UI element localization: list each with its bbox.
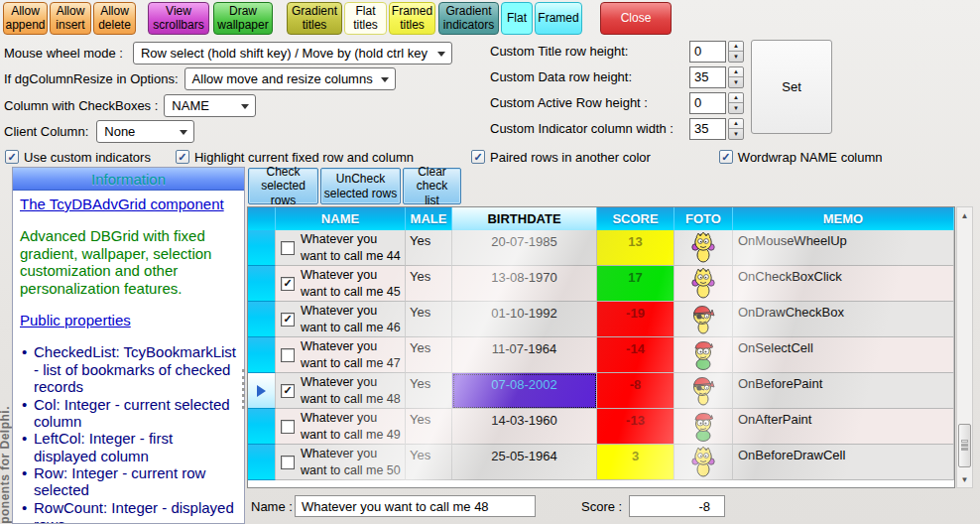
toolbar-button-draw-wallpaper[interactable]: Draw wallpaper — [213, 2, 273, 35]
name-cell[interactable]: Whatever you want to call me 50 — [276, 445, 406, 480]
male-cell[interactable]: Yes — [406, 266, 452, 302]
custom-setting-value[interactable]: 35 — [689, 118, 726, 140]
grid-header-foto[interactable]: FOTO — [674, 207, 733, 230]
grid-row[interactable]: Whatever you want to call me 49Yes14-03-… — [248, 409, 954, 445]
grid-header-male[interactable]: MALE — [406, 207, 452, 230]
birthdate-cell[interactable]: 13-08-1970 — [452, 266, 597, 302]
birthdate-cell[interactable]: 25-05-1964 — [452, 445, 597, 480]
spinner-control[interactable]: ▲▼ — [728, 41, 744, 63]
birthdate-cell[interactable]: 07-08-2002 — [452, 373, 597, 409]
score-cell[interactable]: 17 — [597, 266, 674, 302]
row-checkbox[interactable]: ✓ — [281, 313, 295, 327]
custom-setting-value[interactable]: 0 — [689, 92, 726, 114]
memo-cell[interactable]: OnBeforePaint — [733, 373, 954, 409]
toolbar-button-gradient-indicators[interactable]: Gradient indicators — [438, 2, 499, 35]
spin-up-icon[interactable]: ▲ — [729, 42, 743, 53]
toolbar-button-gradient-titles[interactable]: Gradient titles — [287, 2, 342, 35]
male-cell[interactable]: Yes — [406, 337, 452, 373]
panel-resize-handle[interactable] — [242, 369, 245, 409]
name-cell[interactable]: ✓Whatever you want to call me 48 — [276, 373, 406, 409]
foto-cell[interactable] — [674, 266, 733, 302]
custom-setting-value[interactable]: 35 — [689, 66, 726, 88]
scroll-up-icon[interactable]: ▲ — [957, 207, 972, 223]
option-checkbox-paired-rows-in-another-color[interactable]: ✓Paired rows in another color — [471, 150, 651, 165]
foto-cell[interactable] — [674, 302, 733, 337]
name-cell[interactable]: ✓Whatever you want to call me 45 — [276, 266, 406, 302]
birthdate-cell[interactable]: 11-07-1964 — [452, 337, 597, 373]
score-cell[interactable]: -13 — [597, 409, 674, 445]
memo-cell[interactable]: OnAfterPaint — [733, 409, 954, 445]
client-column-select[interactable]: None — [96, 120, 194, 143]
toolbar-button-close[interactable]: Close — [600, 2, 672, 35]
name-cell[interactable]: Whatever you want to call me 47 — [276, 337, 406, 373]
set-button[interactable]: Set — [751, 40, 832, 134]
grid-row[interactable]: ✓Whatever you want to call me 45Yes13-08… — [248, 266, 954, 302]
component-link[interactable]: The TcyDBAdvGrid component — [20, 196, 224, 212]
spin-down-icon[interactable]: ▼ — [729, 129, 743, 139]
toolbar-button-flat-titles[interactable]: Flat titles — [344, 2, 387, 35]
row-checkbox[interactable]: ✓ — [281, 277, 295, 291]
birthdate-cell[interactable]: 14-03-1960 — [452, 409, 597, 445]
toolbar-button-view-scrollbars[interactable]: View scrollbars — [148, 2, 209, 35]
toolbar-button-allow-insert[interactable]: Allow insert — [50, 2, 91, 35]
grid-row[interactable]: Whatever you want to call me 50Yes25-05-… — [248, 445, 954, 480]
memo-cell[interactable]: OnMouseWheelUp — [733, 230, 954, 266]
memo-cell[interactable]: OnDrawCheckBox — [733, 302, 954, 337]
grid-header-birthdate[interactable]: BIRTHDATE — [452, 207, 597, 230]
spin-down-icon[interactable]: ▼ — [729, 77, 743, 87]
scroll-down-icon[interactable]: ▼ — [957, 471, 972, 487]
option-checkbox-wordwrap-name-column[interactable]: ✓Wordwrap NAME column — [719, 150, 883, 165]
spin-down-icon[interactable]: ▼ — [729, 103, 743, 113]
checkbox-icon[interactable]: ✓ — [176, 150, 189, 164]
birthdate-cell[interactable]: 20-07-1985 — [452, 230, 597, 266]
toolbar-button-allow-append[interactable]: Allow append — [3, 2, 48, 35]
scrollbar-thumb[interactable] — [958, 424, 971, 467]
memo-cell[interactable]: OnSelectCell — [733, 337, 954, 373]
foto-cell[interactable] — [674, 373, 733, 409]
foto-cell[interactable] — [674, 337, 733, 373]
spinner-control[interactable]: ▲▼ — [728, 92, 744, 114]
checkbox-icon[interactable]: ✓ — [719, 150, 733, 164]
foto-cell[interactable] — [674, 230, 733, 266]
row-checkbox[interactable] — [281, 241, 295, 255]
spin-up-icon[interactable]: ▲ — [729, 119, 743, 130]
grid-button-check-selected-rows[interactable]: Check selected rows — [248, 168, 318, 204]
score-cell[interactable]: 3 — [597, 445, 674, 480]
memo-cell[interactable]: OnBeforeDrawCell — [733, 445, 954, 480]
column-resize-select[interactable]: Allow move and resize columns — [184, 67, 396, 90]
option-checkbox-highlight-current-fixed-row-and-column[interactable]: ✓Highlight current fixed row and column — [176, 150, 414, 165]
foto-cell[interactable] — [674, 409, 733, 445]
male-cell[interactable]: Yes — [406, 230, 452, 266]
checkbox-icon[interactable]: ✓ — [5, 150, 19, 164]
option-checkbox-use-custom-indicators[interactable]: ✓Use custom indicators — [5, 150, 151, 165]
grid-header-score[interactable]: SCORE — [597, 207, 674, 230]
grid-row[interactable]: ✓Whatever you want to call me 48Yes07-08… — [248, 373, 954, 409]
spin-down-icon[interactable]: ▼ — [729, 52, 743, 62]
grid-row[interactable]: Whatever you want to call me 44Yes20-07-… — [248, 230, 954, 266]
toolbar-button-framed-titles[interactable]: Framed titles — [389, 2, 435, 35]
spinner-control[interactable]: ▲▼ — [728, 118, 744, 140]
score-cell[interactable]: -19 — [597, 302, 674, 337]
male-cell[interactable]: Yes — [406, 409, 452, 445]
name-cell[interactable]: ✓Whatever you want to call me 46 — [276, 302, 406, 337]
row-checkbox[interactable] — [281, 420, 295, 434]
row-checkbox[interactable]: ✓ — [281, 384, 295, 398]
toolbar-button-flat[interactable]: Flat — [501, 2, 533, 35]
checkbox-icon[interactable]: ✓ — [471, 150, 485, 164]
name-cell[interactable]: Whatever you want to call me 44 — [276, 230, 406, 266]
name-input[interactable]: Whatever you want to call me 48 — [295, 495, 536, 517]
male-cell[interactable]: Yes — [406, 373, 452, 409]
memo-cell[interactable]: OnCheckBoxClick — [733, 266, 954, 302]
custom-setting-value[interactable]: 0 — [689, 41, 726, 63]
score-cell[interactable]: 13 — [597, 230, 674, 266]
male-cell[interactable]: Yes — [406, 445, 452, 480]
checkbox-column-select[interactable]: NAME — [164, 94, 256, 117]
birthdate-cell[interactable]: 01-10-1992 — [452, 302, 597, 337]
grid-row[interactable]: ✓Whatever you want to call me 46Yes01-10… — [248, 302, 954, 337]
grid-button-uncheck-selected-rows[interactable]: UnCheck selected rows — [320, 168, 401, 204]
score-cell[interactable]: -14 — [597, 337, 674, 373]
spin-up-icon[interactable]: ▲ — [729, 93, 743, 104]
spin-up-icon[interactable]: ▲ — [729, 67, 743, 78]
grid-header-name[interactable]: NAME — [276, 207, 406, 230]
male-cell[interactable]: Yes — [406, 302, 452, 337]
